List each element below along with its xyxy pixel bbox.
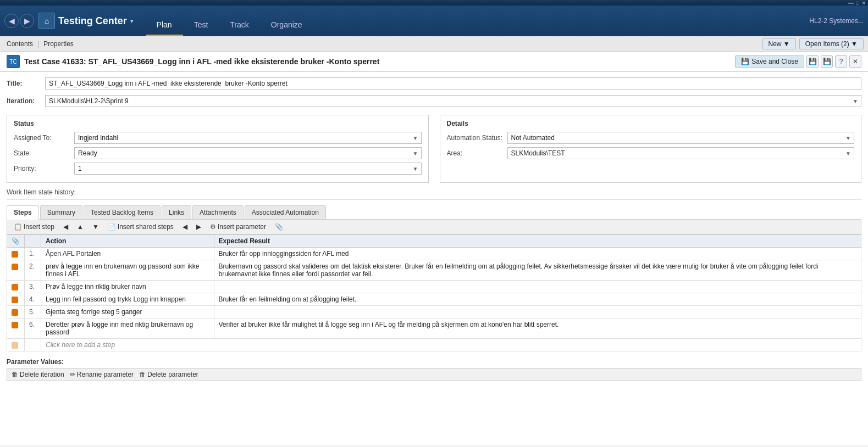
tab-plan[interactable]: Plan [146, 14, 183, 36]
close-work-item-button[interactable]: ✕ [849, 55, 861, 68]
properties-link[interactable]: Properties [41, 40, 76, 48]
step-attach-cell [7, 319, 25, 339]
main-content: Title: Iteration: SLKModulis\HL2-2\Sprin… [0, 72, 868, 445]
save-icon: 💾 [741, 58, 749, 65]
step-expected-cell[interactable]: Bruker får en feilmelding om at påloggin… [214, 293, 861, 306]
step-expected-cell[interactable] [214, 281, 861, 293]
attach-step-button[interactable]: 📎 [273, 222, 285, 232]
nav-home-button[interactable]: ⌂ [38, 13, 55, 29]
rename-param-icon: ✏ [70, 371, 75, 378]
step-attach-cell [7, 306, 25, 319]
tab-organize[interactable]: Organize [260, 14, 313, 36]
work-item-icon: TC [7, 55, 20, 68]
step-num-cell: 1. [25, 248, 41, 260]
nav-forward-button[interactable]: ▶ [20, 14, 34, 28]
delete-parameter-button[interactable]: 🗑 Delete parameter [139, 371, 198, 378]
contents-link[interactable]: Contents [4, 40, 35, 48]
step-expected-cell[interactable]: Brukernavn og passord skal valideres om … [214, 260, 861, 281]
title-bar: — □ ✕ [0, 0, 868, 5]
step-action-cell[interactable]: Åpen AFL Portalen [41, 248, 214, 260]
nav-back-button[interactable]: ◀ [4, 14, 19, 28]
app-dropdown-button[interactable]: ▼ [129, 18, 135, 24]
status-details-row: Status Assigned To: Ingjerd Indahl ▼ Sta… [7, 115, 861, 183]
state-select[interactable]: Ready Active Closed [74, 147, 422, 159]
save-button[interactable]: 💾 [806, 55, 819, 68]
title-row: Title: [7, 77, 861, 90]
disk-button[interactable]: 💾 [821, 55, 833, 68]
history-label: Work Item state history: [7, 188, 76, 196]
close-window-btn[interactable]: ✕ [861, 0, 866, 6]
shared-left-button[interactable]: ◀ [180, 222, 190, 232]
param-toolbar: 🗑 Delete iteration ✏ Rename parameter 🗑 … [7, 368, 861, 381]
step-down-button[interactable]: ▼ [90, 222, 101, 232]
insert-shared-steps-button[interactable]: 📄 Insert shared steps [106, 222, 176, 232]
toolbar-right: New ▼ Open Items (2) ▼ [762, 38, 864, 49]
tabs-bar: Steps Summary Tested Backlog Items Links… [7, 205, 861, 220]
step-expected-cell[interactable]: Bruker får opp innloggingssiden for AFL … [214, 248, 861, 260]
tab-tested-backlog-items[interactable]: Tested Backlog Items [84, 205, 161, 219]
work-item-title: Test Case 41633: ST_AFL_US43669_Logg inn… [24, 57, 735, 66]
tab-summary[interactable]: Summary [40, 205, 82, 219]
table-row: 4. Legg inn feil passord og trykk Logg i… [7, 293, 861, 306]
priority-select[interactable]: 1 2 3 [74, 163, 422, 175]
param-icon: ⚙ [210, 223, 216, 231]
area-row: Area: SLKModulis\TEST ▼ [447, 147, 855, 159]
step-num-cell: 5. [25, 306, 41, 319]
step-up-button[interactable]: ▲ [75, 222, 86, 232]
insert-step-icon: 📋 [14, 223, 22, 231]
state-label: State: [14, 149, 74, 157]
assigned-to-select[interactable]: Ingjerd Indahl [74, 132, 422, 144]
new-button[interactable]: New ▼ [762, 38, 796, 49]
minimize-btn[interactable]: — [848, 0, 854, 6]
tab-track[interactable]: Track [219, 14, 259, 36]
step-expected-cell[interactable] [214, 306, 861, 319]
save-close-button[interactable]: 💾 Save and Close [735, 55, 804, 68]
tab-test[interactable]: Test [183, 14, 219, 36]
work-item-actions: 💾 Save and Close 💾 💾 ? ✕ [735, 55, 861, 68]
col-action-header: Action [41, 235, 214, 248]
steps-toolbar: 📋 Insert step ◀ ▲ ▼ 📄 Insert shared step… [7, 220, 861, 234]
insert-step-button[interactable]: 📋 Insert step [12, 222, 57, 232]
tab-attachments[interactable]: Attachments [192, 205, 244, 219]
tab-links[interactable]: Links [162, 205, 191, 219]
steps-table: 📎 Action Expected Result 1. Åpen AFL Por… [7, 234, 861, 351]
table-row: 5. Gjenta steg forrige steg 5 ganger [7, 306, 861, 319]
insert-parameter-button[interactable]: ⚙ Insert parameter [208, 222, 268, 232]
table-row: 3. Prøv å legge inn riktig bruker navn [7, 281, 861, 293]
work-item-header: TC Test Case 41633: ST_AFL_US43669_Logg … [0, 52, 868, 72]
details-section-title: Details [447, 120, 855, 127]
step-left-button[interactable]: ◀ [61, 222, 70, 232]
step-expected-cell[interactable]: Verifier at bruker ikke får mulighet til… [214, 319, 861, 339]
delete-iteration-button[interactable]: 🗑 Delete iteration [12, 371, 64, 378]
iteration-select[interactable]: SLKModulis\HL2-2\Sprint 9 [45, 95, 861, 107]
iteration-row: Iteration: SLKModulis\HL2-2\Sprint 9 ▼ [7, 95, 861, 107]
step-attach-cell [7, 248, 25, 260]
step-action-cell[interactable]: Legg inn feil passord og trykk Logg inn … [41, 293, 214, 306]
insert-shared-icon: 📄 [108, 223, 116, 231]
tab-steps[interactable]: Steps [7, 205, 39, 220]
step-action-cell[interactable]: Gjenta steg forrige steg 5 ganger [41, 306, 214, 319]
area-select[interactable]: SLKModulis\TEST [507, 147, 855, 159]
add-step-row[interactable]: Click here to add a step [7, 339, 861, 351]
tab-associated-automation[interactable]: Associated Automation [245, 205, 326, 219]
step-action-cell[interactable]: Prøv å legge inn riktig bruker navn [41, 281, 214, 293]
open-items-button[interactable]: Open Items (2) ▼ [799, 38, 864, 49]
assigned-to-row: Assigned To: Ingjerd Indahl ▼ [14, 132, 422, 144]
automation-status-select[interactable]: Not Automated Automated [507, 132, 855, 144]
iteration-label: Iteration: [7, 97, 45, 105]
maximize-btn[interactable]: □ [856, 0, 859, 6]
shared-right-button[interactable]: ▶ [194, 222, 203, 232]
col-attach-header: 📎 [7, 235, 25, 248]
table-row: 1. Åpen AFL Portalen Bruker får opp innl… [7, 248, 861, 260]
step-action-cell[interactable]: prøv å legge inn en brukernavn og passor… [41, 260, 214, 281]
add-step-text[interactable]: Click here to add a step [41, 339, 861, 351]
help-button[interactable]: ? [835, 55, 847, 68]
param-title: Parameter Values: [7, 358, 861, 366]
state-row: State: Ready Active Closed ▼ [14, 147, 422, 159]
app-title: Testing Center [58, 15, 127, 27]
step-action-cell[interactable]: Deretter prøv å logge inn med riktig bru… [41, 319, 214, 339]
step-attach-cell [7, 281, 25, 293]
details-section: Details Automation Status: Not Automated… [440, 115, 862, 183]
rename-parameter-button[interactable]: ✏ Rename parameter [70, 371, 134, 378]
title-input[interactable] [45, 77, 861, 90]
